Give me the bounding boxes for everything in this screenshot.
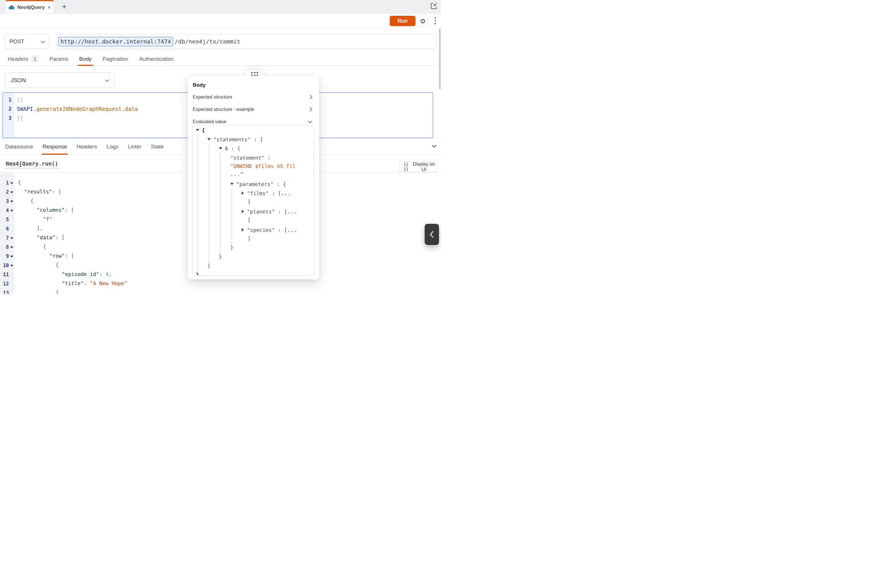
tree-row[interactable]: }	[230, 243, 233, 252]
line-number: 3	[3, 115, 12, 121]
response-line[interactable]: 13}	[0, 289, 441, 294]
query-tab-strip: Neo4jQuery × +	[0, 0, 441, 14]
response-tab-linter[interactable]: Linter	[128, 138, 142, 155]
code-segment: ,	[109, 271, 112, 277]
line-number: 1	[0, 180, 9, 186]
tree-row[interactable]: 0 : {	[219, 144, 240, 153]
tree-row[interactable]: "species" : [...	[242, 225, 298, 234]
run-button[interactable]: Run	[390, 16, 415, 26]
tree-row[interactable]: ..."	[230, 170, 244, 178]
indent-guide	[231, 189, 232, 246]
popover-row-expected-structure-example[interactable]: Expected structure - example	[188, 103, 319, 116]
collapse-arrow-icon[interactable]	[11, 201, 13, 202]
code-segment: "species" : [	[247, 227, 287, 233]
code-segment: ]	[207, 263, 210, 269]
tree-collapse-arrow-icon[interactable]	[219, 147, 222, 150]
response-query-heading: Neo4jQuery.run()	[6, 160, 58, 168]
indent-guide	[198, 135, 198, 272]
body-type-value: JSON	[11, 77, 26, 84]
line-number: 4	[0, 207, 9, 213]
settings-button[interactable]: ⚙	[417, 16, 428, 27]
tree-expand-arrow-icon[interactable]	[242, 210, 244, 213]
tree-row[interactable]: {	[196, 126, 205, 134]
request-tab-pagination[interactable]: Pagination	[103, 52, 128, 65]
tree-row[interactable]: "statements" : [	[207, 135, 263, 144]
popover-row-expected-structure[interactable]: Expected structure	[188, 91, 319, 103]
collapse-arrow-icon[interactable]	[11, 256, 13, 258]
tree-row[interactable]: ]	[248, 216, 251, 224]
collapse-arrow-icon[interactable]	[11, 246, 13, 249]
new-tab-button[interactable]: +	[60, 2, 69, 12]
collapse-arrow-icon[interactable]	[11, 191, 13, 194]
code-segment: "columns"	[37, 207, 65, 213]
evaluated-value-box[interactable]: {"statements" : [0 : {"statement" :"UNWI…	[192, 125, 314, 275]
tree-collapse-arrow-icon[interactable]	[207, 138, 211, 140]
collapse-arrow-icon[interactable]	[11, 182, 13, 184]
tree-row[interactable]: ]	[248, 197, 251, 206]
tree-collapse-arrow-icon[interactable]	[196, 129, 199, 131]
collapse-arrow-icon[interactable]	[11, 237, 13, 239]
request-tab-authentication[interactable]: Authentication	[139, 52, 173, 65]
expand-panel-button[interactable]	[425, 224, 439, 245]
collapse-arrow-icon[interactable]	[11, 265, 13, 267]
code-segment: .	[33, 106, 36, 112]
tree-expand-arrow-icon[interactable]	[242, 228, 244, 231]
line-number: 8	[0, 244, 9, 250]
request-tab-body[interactable]: Body	[79, 52, 92, 65]
code-segment: ...	[287, 227, 298, 233]
response-tab-datasource[interactable]: Datasource	[5, 138, 33, 155]
response-tab-logs[interactable]: Logs	[107, 138, 119, 155]
line-number: 12	[0, 281, 9, 286]
collapse-window-icon[interactable]	[430, 2, 437, 10]
line-number: 7	[0, 235, 9, 241]
url-input[interactable]: http://host.docker.internal:7474 /db/neo…	[57, 34, 436, 49]
code-segment: "row"	[49, 253, 65, 259]
scrollbar-thumb[interactable]	[439, 28, 441, 89]
tree-row[interactable]: ]	[207, 261, 210, 270]
code-segment: "statements" : [	[213, 136, 263, 142]
tree-row[interactable]: "parameters" : {	[230, 180, 286, 188]
tree-row[interactable]: }	[196, 270, 199, 275]
tree-row[interactable]: }	[219, 252, 222, 261]
request-tab-params[interactable]: Params	[50, 52, 68, 65]
tree-row[interactable]: "statement" :	[230, 153, 271, 162]
response-tab-state[interactable]: State	[151, 138, 164, 155]
code-segment: "title"	[62, 280, 84, 286]
line-number: 6	[0, 226, 9, 231]
method-select[interactable]: POST	[5, 34, 49, 49]
request-tab-headers[interactable]: Headers1	[8, 52, 39, 65]
code-segment: : [	[52, 189, 62, 195]
method-value: POST	[9, 38, 24, 45]
more-options-button[interactable]	[432, 16, 439, 26]
code-segment: : [	[65, 207, 74, 213]
code-segment: SWAPI	[17, 106, 33, 112]
curly-braces-icon: {{ }}	[401, 162, 410, 171]
chevron-down-icon	[41, 39, 45, 43]
code-segment: "episode_id"	[62, 271, 99, 277]
collapse-arrow-icon[interactable]	[11, 210, 13, 212]
code-segment: "A New Hope"	[90, 280, 127, 286]
tree-expand-arrow-icon[interactable]	[242, 191, 244, 195]
url-host-token[interactable]: http://host.docker.internal:7474	[58, 37, 173, 46]
code-segment: 4	[105, 271, 109, 277]
tree-row[interactable]: "planets" : [...	[242, 207, 298, 216]
display-on-ui-button[interactable]: {{ }} Display on UI	[399, 161, 437, 172]
tree-row[interactable]: "films" : [...	[242, 189, 291, 197]
code-segment: : [	[56, 234, 65, 240]
tree-row[interactable]: "UNWIND $films AS fil	[230, 162, 296, 170]
tree-row[interactable]: ]	[248, 234, 251, 242]
chevron-left-icon	[429, 231, 435, 238]
code-segment: 0 : {	[225, 146, 240, 152]
body-type-select[interactable]: JSON	[5, 72, 115, 88]
collapse-panel-chevron-icon[interactable]	[431, 143, 437, 149]
tree-collapse-arrow-icon[interactable]	[230, 183, 234, 185]
tab-neo4jquery[interactable]: Neo4jQuery ×	[5, 0, 54, 14]
tab-close-icon[interactable]: ×	[48, 4, 51, 10]
response-tab-headers[interactable]: Headers	[77, 138, 97, 155]
code-segment: ]	[248, 235, 251, 241]
popover-drag-handle[interactable]	[246, 70, 263, 77]
response-tab-response[interactable]: Response	[42, 138, 67, 155]
line-number: 2	[3, 106, 12, 112]
response-line[interactable]: 12"title": "A New Hope"	[0, 280, 441, 289]
code-segment: }	[219, 254, 222, 260]
